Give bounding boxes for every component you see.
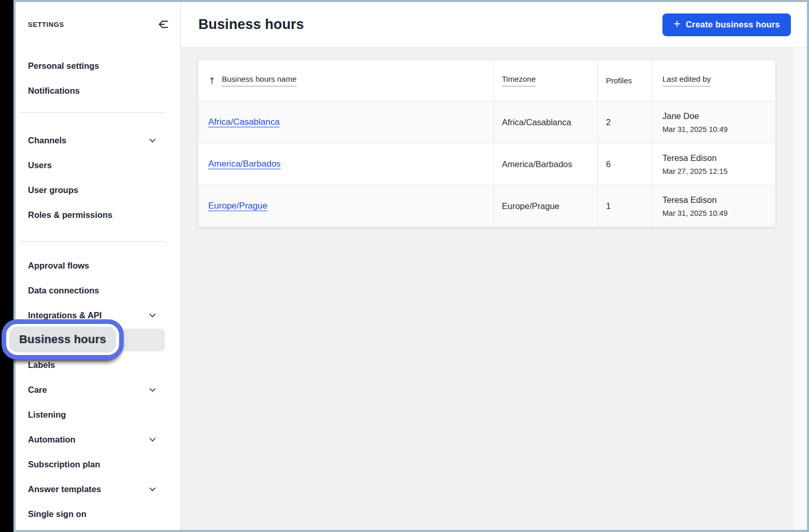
table-row: Africa/Casablanca Africa/Casablanca 2 Ja…: [198, 101, 775, 143]
editor-name: Teresa Edison: [662, 153, 775, 163]
sidebar-item-label: Personal settings: [28, 61, 99, 71]
sidebar-item-label: Labels: [28, 360, 55, 370]
business-hours-link[interactable]: Africa/Casablanca: [208, 117, 280, 127]
sidebar-item-roles-permissions[interactable]: Roles & permissions: [16, 202, 180, 227]
column-header-business-hours-name[interactable]: ↑ Business hours name: [198, 60, 494, 101]
chevron-down-icon: [148, 386, 157, 394]
business-hours-table: ↑ Business hours name Timezone Profiles …: [198, 60, 776, 227]
column-header-last-edited-by[interactable]: Last edited by: [652, 60, 775, 101]
sidebar-item-label: Care: [28, 385, 47, 395]
cell-timezone: Europe/Prague: [494, 185, 597, 227]
table-row: Europe/Prague Europe/Prague 1 Teresa Edi…: [198, 185, 775, 227]
sidebar-item-label: Data connections: [28, 286, 99, 295]
cell-name: America/Barbados: [198, 143, 494, 185]
sidebar-item-label: Approval flows: [28, 261, 89, 271]
annotation-callout: Business hours: [2, 319, 124, 360]
cell-name: Europe/Prague: [198, 185, 494, 227]
vertical-scrollbar[interactable]: [793, 48, 807, 530]
sidebar-item-label: Listening: [28, 410, 66, 420]
table-row: America/Barbados America/Barbados 6 Tere…: [198, 143, 775, 185]
column-header-label: Profiles: [606, 76, 632, 85]
create-button-label: Create business hours: [686, 20, 780, 29]
plus-icon: +: [673, 18, 680, 30]
cell-last-edited: Jane Doe Mar 31, 2025 10:49: [652, 101, 775, 143]
sidebar-section-org: Channels Users User groups Roles & permi…: [16, 128, 180, 227]
sidebar-item-single-sign-on[interactable]: Single sign on: [16, 501, 180, 526]
profiles-count: 2: [606, 117, 652, 127]
sidebar-item-answer-templates[interactable]: Answer templates: [16, 477, 180, 501]
sidebar-item-label: Integrations & API: [28, 311, 102, 320]
sidebar-item-user-groups[interactable]: User groups: [16, 178, 180, 202]
chevron-down-icon: [148, 136, 157, 145]
sidebar-item-label: Single sign on: [28, 509, 86, 519]
background-strip: [0, 0, 13, 532]
sidebar-item-users[interactable]: Users: [16, 153, 180, 178]
sort-ascending-icon: ↑: [208, 76, 215, 86]
cell-timezone: Africa/Casablanca: [494, 101, 597, 143]
cell-profiles: 6: [597, 143, 652, 185]
sidebar-item-label: Roles & permissions: [28, 210, 112, 220]
column-header-label: Last edited by: [662, 75, 711, 86]
annotation-label: Business hours: [19, 333, 106, 346]
profiles-count: 6: [606, 159, 652, 169]
edited-timestamp: Mar 27, 2025 12:15: [662, 167, 775, 175]
sidebar-item-label: Users: [28, 160, 52, 170]
cell-timezone: America/Barbados: [494, 143, 597, 185]
sidebar-item-label: Answer templates: [28, 484, 101, 494]
sidebar-item-label: Subscription plan: [28, 460, 100, 469]
chevron-down-icon: [148, 311, 157, 320]
column-header-timezone[interactable]: Timezone: [494, 60, 597, 101]
sidebar-item-channels[interactable]: Channels: [16, 128, 180, 153]
sidebar-header: SETTINGS: [16, 12, 180, 37]
sidebar-divider: [20, 112, 165, 113]
sidebar-section-account: Personal settings Notifications: [16, 53, 180, 103]
cell-last-edited: Teresa Edison Mar 31, 2025 10:49: [652, 185, 775, 227]
sidebar-item-subscription-plan[interactable]: Subscription plan: [16, 452, 180, 477]
profiles-count: 1: [606, 201, 652, 211]
column-header-label: Business hours name: [222, 75, 296, 86]
sidebar-item-listening[interactable]: Listening: [16, 402, 180, 427]
main-area: Business hours + Create business hours ↑…: [181, 2, 807, 530]
collapse-sidebar-icon[interactable]: [156, 18, 169, 31]
cell-profiles: 1: [597, 185, 652, 227]
timezone-value: Europe/Prague: [502, 201, 597, 211]
chevron-down-icon: [148, 485, 157, 494]
column-header-profiles: Profiles: [597, 60, 652, 101]
app-window: SETTINGS Personal settings: [13, 0, 809, 532]
sidebar-item-label: Automation: [28, 435, 76, 445]
sidebar-item-automation[interactable]: Automation: [16, 427, 180, 452]
sidebar-item-label: Notifications: [28, 86, 80, 96]
table-header-row: ↑ Business hours name Timezone Profiles …: [198, 60, 775, 101]
edited-timestamp: Mar 31, 2025 10:49: [662, 209, 775, 217]
annotation-highlight-pill: Business hours: [9, 327, 116, 352]
page-title: Business hours: [198, 17, 304, 33]
chevron-down-icon: [148, 435, 157, 444]
sidebar-section-platform: Approval flows Data connections Integrat…: [16, 253, 180, 526]
cell-profiles: 2: [597, 101, 652, 143]
edited-timestamp: Mar 31, 2025 10:49: [662, 125, 775, 134]
sidebar-item-notifications[interactable]: Notifications: [16, 78, 180, 103]
editor-name: Jane Doe: [662, 111, 775, 121]
cell-last-edited: Teresa Edison Mar 27, 2025 12:15: [652, 143, 775, 185]
screenshot-stage: SETTINGS Personal settings: [0, 0, 809, 532]
sidebar-item-data-connections[interactable]: Data connections: [16, 278, 180, 303]
business-hours-link[interactable]: Europe/Prague: [208, 201, 267, 211]
sidebar-title: SETTINGS: [28, 21, 64, 28]
sidebar-item-label: Channels: [28, 136, 66, 145]
page-header: Business hours + Create business hours: [181, 2, 807, 48]
settings-sidebar: SETTINGS Personal settings: [16, 2, 181, 530]
cell-name: Africa/Casablanca: [198, 101, 494, 143]
sidebar-item-personal-settings[interactable]: Personal settings: [16, 53, 180, 78]
column-header-label: Timezone: [502, 75, 536, 86]
sidebar-item-care[interactable]: Care: [16, 377, 180, 402]
content-area: ↑ Business hours name Timezone Profiles …: [181, 48, 807, 530]
editor-name: Teresa Edison: [662, 195, 775, 205]
sidebar-nav: Personal settings Notifications Channels: [16, 53, 180, 526]
sidebar-item-label: User groups: [28, 185, 78, 195]
sidebar-item-approval-flows[interactable]: Approval flows: [16, 253, 180, 278]
business-hours-link[interactable]: America/Barbados: [208, 159, 281, 169]
timezone-value: America/Barbados: [502, 159, 597, 169]
timezone-value: Africa/Casablanca: [502, 117, 597, 127]
create-business-hours-button[interactable]: + Create business hours: [662, 13, 791, 36]
sidebar-divider: [20, 241, 165, 242]
